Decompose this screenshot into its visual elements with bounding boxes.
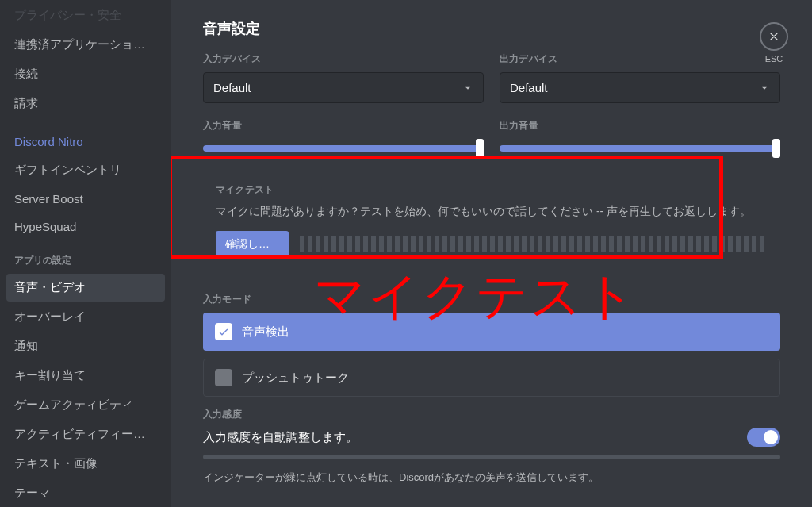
sidebar-item-text-images[interactable]: テキスト・画像 <box>6 450 165 478</box>
chevron-down-icon <box>462 83 473 94</box>
mode-voice-activity[interactable]: 音声検出 <box>203 313 780 351</box>
page-title: 音声設定 <box>203 19 780 38</box>
sidebar-item-activity-feed[interactable]: アクティビティフィー… <box>6 421 165 448</box>
sidebar-item-voice-video[interactable]: 音声・ビデオ <box>6 274 165 302</box>
slider-thumb[interactable] <box>772 139 780 158</box>
checkbox-checked-icon <box>215 323 232 340</box>
slider-track <box>500 145 780 152</box>
mic-level-meter <box>300 236 768 252</box>
close-panel: ESC <box>760 22 788 63</box>
close-label: ESC <box>760 54 788 63</box>
input-device-label: 入力デバイス <box>203 52 484 66</box>
sensitivity-bar <box>203 455 780 459</box>
sidebar-item-nitro[interactable]: Discord Nitro <box>6 129 165 155</box>
sidebar-item-server-boost[interactable]: Server Boost <box>6 186 165 212</box>
mode-push-to-talk-label: プッシュトゥトーク <box>242 371 349 386</box>
toggle-knob <box>764 430 778 444</box>
mode-push-to-talk[interactable]: プッシュトゥトーク <box>203 359 780 397</box>
slider-thumb[interactable] <box>476 139 484 158</box>
sidebar-item-keybinds[interactable]: キー割り当て <box>6 362 165 390</box>
sidebar-item-game-activity[interactable]: ゲームアクティビティ <box>6 391 165 419</box>
sidebar-item-billing[interactable]: 請求 <box>6 90 165 117</box>
close-icon <box>768 30 780 43</box>
sidebar-item-linked-apps[interactable]: 連携済アプリケーショ… <box>6 31 165 59</box>
sensitivity-heading: 入力感度 <box>203 408 780 421</box>
slider-track <box>203 145 484 152</box>
output-volume-label: 出力音量 <box>500 119 780 133</box>
settings-sidebar: プライバシー・安全 連携済アプリケーショ… 接続 請求 Discord Nitr… <box>0 0 171 507</box>
mic-test-heading: マイクテスト <box>216 183 768 197</box>
sensitivity-auto-toggle[interactable] <box>747 428 780 447</box>
output-device-label: 出力デバイス <box>500 52 780 66</box>
close-button[interactable] <box>760 22 788 51</box>
sidebar-item-gift[interactable]: ギフトインベントリ <box>6 156 165 184</box>
output-device-value: Default <box>510 81 548 94</box>
mic-test-description: マイクに問題がありますか？テストを始め、何でもいいので話してください -- 声を… <box>216 203 768 220</box>
mic-test-button[interactable]: 確認しまし… <box>216 231 289 258</box>
sidebar-item-notifications[interactable]: 通知 <box>6 332 165 360</box>
sensitivity-hint: インジケーターが緑に点灯している時は、Discordがあなたの美声を送信していま… <box>203 471 780 485</box>
mic-test-section: マイクテスト マイクに問題がありますか？テストを始め、何でもいいので話してくださ… <box>203 174 780 272</box>
chevron-down-icon <box>759 83 770 94</box>
settings-main: 音声設定 入力デバイス Default 出力デバイス Default 入力音 <box>171 0 812 507</box>
sidebar-item-theme[interactable]: テーマ <box>6 479 165 507</box>
sidebar-item-connections[interactable]: 接続 <box>6 60 165 88</box>
input-device-select[interactable]: Default <box>203 72 484 103</box>
sidebar-item-privacy[interactable]: プライバシー・安全 <box>6 2 165 29</box>
input-mode-heading: 入力モード <box>203 293 780 306</box>
checkbox-empty-icon <box>215 369 232 386</box>
sidebar-item-hypesquad[interactable]: HypeSquad <box>6 213 165 240</box>
input-volume-slider[interactable] <box>203 139 484 158</box>
input-device-value: Default <box>213 81 251 94</box>
output-device-select[interactable]: Default <box>500 72 780 103</box>
input-volume-label: 入力音量 <box>203 119 484 133</box>
sidebar-item-overlay[interactable]: オーバーレイ <box>6 303 165 331</box>
sidebar-heading-app: アプリの設定 <box>6 241 165 272</box>
mode-voice-activity-label: 音声検出 <box>242 325 289 340</box>
output-volume-slider[interactable] <box>500 139 780 158</box>
sensitivity-auto-label: 入力感度を自動調整します。 <box>203 430 358 445</box>
